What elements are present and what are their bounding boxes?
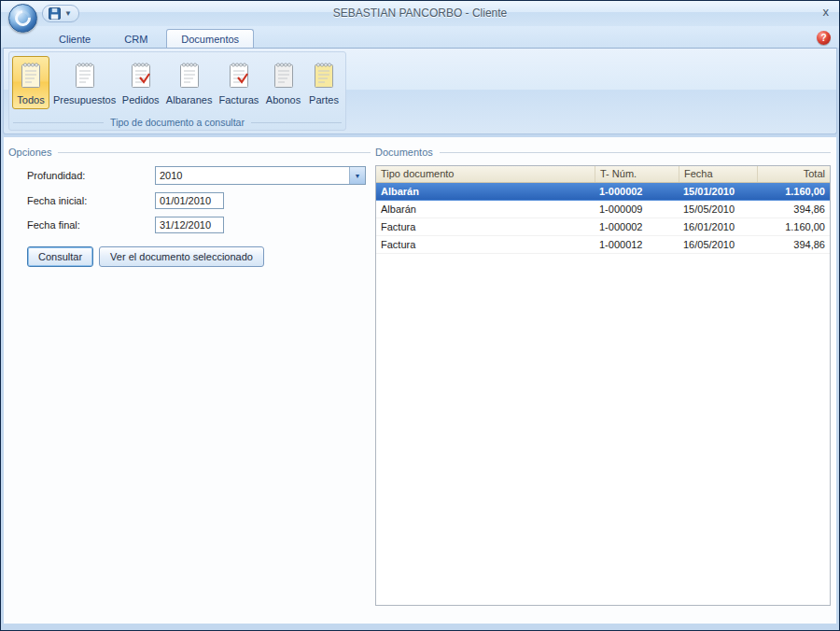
ribbon-button-label: Pedidos <box>122 94 160 105</box>
cell-num: 1-000009 <box>595 201 679 217</box>
ribbon-button-label: Facturas <box>219 94 259 105</box>
app-window: ▼ SEBASTIAN PANCORBO - Cliente x Cliente… <box>0 0 840 631</box>
help-icon[interactable]: ? <box>817 31 831 45</box>
ribbon-group-tipo-documento: TodosPresupuestosPedidosAlbaranesFactura… <box>8 51 346 131</box>
fecha-inicial-label: Fecha inicial: <box>27 195 155 206</box>
ribbon-group-label: Tipo de documento a consultar <box>13 117 342 128</box>
table-header: Tipo documentoT- Núm.FechaTotal <box>376 166 830 183</box>
window-title: SEBASTIAN PANCORBO - Cliente <box>1 7 839 20</box>
cell-num: 1-000012 <box>595 236 679 253</box>
ribbon-button-label: Todos <box>17 94 44 105</box>
close-button[interactable]: x <box>823 6 830 19</box>
opciones-buttons: Consultar Ver el documento seleccionado <box>27 246 371 267</box>
tab-cliente[interactable]: Cliente <box>44 29 105 48</box>
ribbon-button-presupuestos[interactable]: Presupuestos <box>51 56 118 109</box>
ribbon-button-label: Presupuestos <box>53 94 116 105</box>
ribbon-button-label: Abonos <box>266 94 301 105</box>
ver-documento-button[interactable]: Ver el documento seleccionado <box>99 246 264 267</box>
document-icon <box>225 61 253 92</box>
cell-total: 1.160,00 <box>757 183 830 200</box>
ribbon-button-pedidos[interactable]: Pedidos <box>119 56 161 109</box>
opciones-panel: Opciones Profundidad: 2010 ▼ Fecha inici… <box>8 146 371 267</box>
ribbon-button-label: Albaranes <box>166 94 213 105</box>
consultar-button[interactable]: Consultar <box>27 246 93 267</box>
cell-tipo: Albarán <box>376 201 595 217</box>
cell-fecha: 15/05/2010 <box>679 201 757 217</box>
ribbon-tabs: ClienteCRMDocumentos <box>44 29 254 48</box>
column-header-fecha[interactable]: Fecha <box>679 166 757 182</box>
ribbon: TodosPresupuestosPedidosAlbaranesFactura… <box>3 48 837 134</box>
opciones-title: Opciones <box>8 147 51 158</box>
table-row[interactable]: Albarán1-00000915/05/2010394,86 <box>376 201 830 218</box>
fecha-inicial-input[interactable] <box>155 192 224 209</box>
cell-total: 394,86 <box>757 201 830 217</box>
fecha-final-row: Fecha final: <box>27 217 371 233</box>
profundidad-select[interactable]: 2010 ▼ <box>155 166 366 185</box>
cell-num: 1-000002 <box>595 218 679 235</box>
fecha-final-input[interactable] <box>155 217 224 233</box>
column-header-t-nu-m[interactable]: T- Núm. <box>595 166 679 182</box>
table-row[interactable]: Factura1-00001216/05/2010394,86 <box>376 236 830 254</box>
cell-tipo: Factura <box>376 218 595 235</box>
cell-fecha: 16/05/2010 <box>679 236 757 253</box>
ribbon-button-partes[interactable]: Partes <box>305 56 343 109</box>
cell-fecha: 16/01/2010 <box>679 218 757 235</box>
document-icon <box>17 61 45 92</box>
table-row[interactable]: Factura1-00000216/01/20101.160,00 <box>376 218 830 236</box>
table-body: Albarán1-00000215/01/20101.160,00Albarán… <box>376 183 830 254</box>
cell-total: 1.160,00 <box>757 218 830 235</box>
chevron-down-icon[interactable]: ▼ <box>349 167 365 184</box>
document-icon <box>175 61 203 92</box>
documentos-header: Documentos <box>375 146 831 159</box>
tab-documentos[interactable]: Documentos <box>166 29 254 48</box>
ribbon-tab-row: ClienteCRMDocumentos <box>1 26 839 48</box>
documents-table: Tipo documentoT- Núm.FechaTotal Albarán1… <box>375 165 831 606</box>
cell-fecha: 15/01/2010 <box>679 183 757 200</box>
document-icon <box>270 61 298 92</box>
ribbon-button-label: Partes <box>309 94 339 105</box>
title-bar: ▼ SEBASTIAN PANCORBO - Cliente x <box>1 1 839 26</box>
ribbon-button-facturas[interactable]: Facturas <box>217 56 261 109</box>
fecha-final-label: Fecha final: <box>27 219 155 231</box>
table-row[interactable]: Albarán1-00000215/01/20101.160,00 <box>376 183 830 201</box>
cell-total: 394,86 <box>757 236 830 253</box>
app-logo-button[interactable] <box>8 4 37 33</box>
column-header-tipo-documento[interactable]: Tipo documento <box>376 166 595 182</box>
documentos-title: Documentos <box>375 147 433 158</box>
fecha-inicial-row: Fecha inicial: <box>27 192 371 209</box>
ribbon-buttons: TodosPresupuestosPedidosAlbaranesFactura… <box>9 52 345 109</box>
cell-tipo: Factura <box>376 236 595 253</box>
ribbon-button-todos[interactable]: Todos <box>12 56 49 109</box>
main-content: Opciones Profundidad: 2010 ▼ Fecha inici… <box>4 137 836 624</box>
ribbon-group-label-text: Tipo de documento a consultar <box>104 117 251 128</box>
document-icon <box>127 61 155 92</box>
document-icon <box>310 61 338 92</box>
ribbon-button-abonos[interactable]: Abonos <box>263 56 303 109</box>
column-header-total[interactable]: Total <box>757 166 830 182</box>
opciones-header: Opciones <box>8 146 371 159</box>
documentos-panel: Documentos Tipo documentoT- Núm.FechaTot… <box>375 146 831 606</box>
cell-num: 1-000002 <box>595 183 679 200</box>
profundidad-label: Profundidad: <box>27 170 155 181</box>
document-icon <box>71 61 99 92</box>
tab-crm[interactable]: CRM <box>109 29 162 48</box>
profundidad-value: 2010 <box>156 170 349 181</box>
profundidad-row: Profundidad: 2010 ▼ <box>27 166 371 185</box>
ribbon-button-albaranes[interactable]: Albaranes <box>163 56 214 109</box>
cell-tipo: Albarán <box>376 183 595 200</box>
